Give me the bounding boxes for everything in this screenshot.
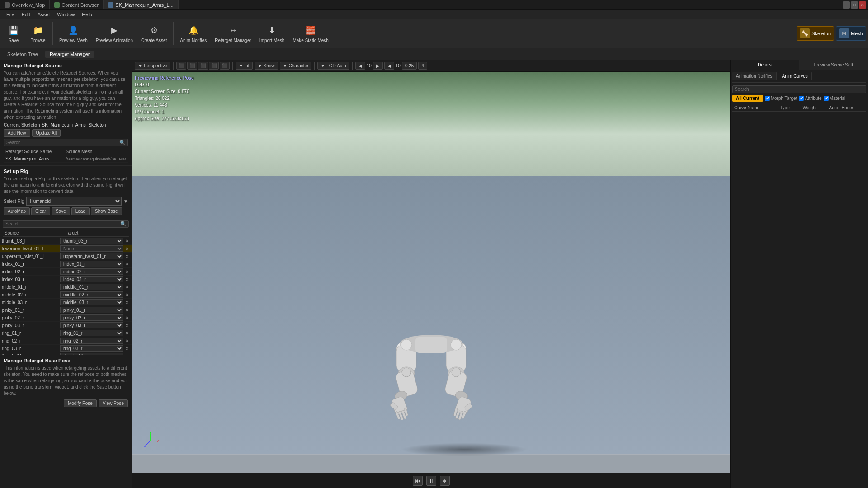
lit-button[interactable]: ▼ Lit — [236, 62, 252, 70]
vp-icon-btn-5[interactable]: ⬛ — [220, 62, 230, 70]
rig-table-row[interactable]: pinky_01_r pinky_01_r ✕ — [0, 306, 132, 314]
rig-target-select[interactable]: ring_01_r — [60, 330, 123, 336]
rig-table-row[interactable]: ring_01_r ring_01_r ✕ — [0, 329, 132, 337]
clear-button[interactable]: Clear — [31, 207, 50, 215]
rig-table-row[interactable]: middle_01_r middle_01_r ✕ — [0, 283, 132, 291]
save-button[interactable]: 💾 Save — [2, 20, 25, 47]
morph-target-checkbox[interactable] — [765, 96, 770, 101]
vp-icon-btn-3[interactable]: ⬛ — [198, 62, 208, 70]
rig-table-row[interactable]: ring_02_r ring_02_r ✕ — [0, 337, 132, 345]
retarget-search-input[interactable] — [6, 140, 119, 145]
clear-target-button[interactable]: ✕ — [124, 323, 130, 328]
clear-target-button[interactable]: ✕ — [124, 292, 130, 297]
show-button[interactable]: ▼ Show — [255, 62, 278, 70]
import-mesh-button[interactable]: ⬇ Import Mesh — [256, 20, 288, 47]
rig-dropdown-icon[interactable]: ▼ — [123, 199, 128, 204]
rig-target-select[interactable]: index_02_r — [60, 268, 123, 275]
clear-target-button[interactable]: ✕ — [124, 307, 130, 313]
retarget-source-row[interactable]: SK_Mannequin_Arms /Game/Mannequin/Mesh/S… — [4, 155, 128, 163]
rig-table-row[interactable]: index_03_r index_03_r ✕ — [0, 276, 132, 283]
clear-target-button[interactable]: ✕ — [124, 277, 130, 282]
rig-target-select[interactable]: pinky_03_r — [60, 322, 123, 328]
view-pose-button[interactable]: View Pose — [99, 399, 128, 407]
perspective-button[interactable]: ▼ Perspective — [135, 62, 170, 70]
tab-skeleton-tree[interactable]: Skeleton Tree — [3, 51, 42, 58]
rig-select[interactable]: Humanoid — [26, 197, 122, 206]
lod-down-button[interactable]: ◀ — [355, 62, 365, 70]
add-new-button[interactable]: Add New — [4, 129, 30, 137]
rig-table-row[interactable]: index_02_r index_02_r ✕ — [0, 268, 132, 276]
rig-table-row[interactable]: thumb_03_l thumb_03_r ✕ — [0, 237, 132, 245]
menu-asset[interactable]: Asset — [34, 10, 54, 19]
menu-file[interactable]: File — [3, 10, 18, 19]
tab-retarget-manager[interactable]: Retarget Manager — [45, 51, 94, 58]
rig-search-row[interactable]: 🔍 — [3, 220, 129, 228]
rig-table-row[interactable]: upperarm_twist_01_l upperarm_twist_01_r … — [0, 253, 132, 260]
vp-icon-btn-4[interactable]: ⬛ — [209, 62, 219, 70]
tab-overview-map[interactable]: Overview_Map — [0, 0, 50, 9]
modify-pose-button[interactable]: Modify Pose — [64, 399, 97, 407]
rig-search-input[interactable] — [5, 221, 120, 227]
rig-table-row[interactable]: lowerarm_twist_01_l None ✕ — [0, 245, 132, 253]
rig-target-select[interactable]: pinky_01_r — [60, 307, 123, 313]
lod-button[interactable]: ▼ LOD Auto — [317, 62, 349, 70]
rewind-button[interactable]: ⏮ — [413, 476, 423, 486]
rig-target-select[interactable]: None — [60, 245, 123, 252]
lod-up-button[interactable]: ▶ — [373, 62, 383, 70]
rig-target-select[interactable]: thumb_03_r — [60, 238, 123, 244]
menu-edit[interactable]: Edit — [18, 10, 34, 19]
clear-target-button[interactable]: ✕ — [124, 330, 130, 336]
anim-notifies-button[interactable]: 🔔 Anim Notifies — [176, 20, 210, 47]
vp-icon-btn-2[interactable]: ⬛ — [187, 62, 197, 70]
clear-target-button[interactable]: ✕ — [124, 261, 130, 267]
rig-table-row[interactable]: pinky_03_r pinky_03_r ✕ — [0, 322, 132, 329]
tab-preview-scene[interactable]: Preview Scene Sett — [799, 60, 868, 70]
preview-animation-button[interactable]: ▶ Preview Animation — [92, 20, 137, 47]
menu-window[interactable]: Window — [53, 10, 78, 19]
pause-button[interactable]: ⏸ — [426, 476, 436, 486]
retarget-search-row[interactable]: 🔍 — [4, 139, 128, 146]
forward-button[interactable]: ⏭ — [440, 476, 450, 486]
lod-angle-val-btn[interactable]: 0.25 — [402, 62, 417, 70]
make-static-mesh-button[interactable]: 🧱 Make Static Mesh — [289, 20, 332, 47]
rig-target-select[interactable]: middle_02_r — [60, 291, 123, 298]
minimize-button[interactable]: ─ — [843, 1, 850, 9]
vp-icon-btn-1[interactable]: ⬛ — [176, 62, 186, 70]
rig-search-icon[interactable]: 🔍 — [120, 221, 127, 227]
rig-target-select[interactable]: index_01_r — [60, 261, 123, 267]
clear-target-button[interactable]: ✕ — [124, 338, 130, 343]
clear-target-button[interactable]: ✕ — [124, 284, 130, 290]
rig-target-select[interactable]: middle_01_r — [60, 284, 123, 290]
tab-anim-curves[interactable]: Anim Curves — [778, 72, 812, 80]
clear-target-button[interactable]: ✕ — [124, 246, 130, 251]
show-base-button[interactable]: Show Base — [91, 207, 122, 215]
maximize-button[interactable]: □ — [851, 1, 858, 9]
clear-target-button[interactable]: ✕ — [124, 238, 130, 244]
clear-target-button[interactable]: ✕ — [124, 300, 130, 305]
clear-target-button[interactable]: ✕ — [124, 346, 130, 351]
rig-target-select[interactable]: upperarm_twist_01_r — [60, 253, 123, 259]
close-button[interactable]: ✕ — [859, 1, 866, 9]
tab-anim-notifies[interactable]: Animation Notifies — [732, 72, 777, 80]
character-button[interactable]: ▼ Character — [280, 62, 312, 70]
lod-angle-button[interactable]: ◀ — [384, 62, 394, 70]
menu-help[interactable]: Help — [78, 10, 96, 19]
rig-table-row[interactable]: middle_02_r middle_02_r ✕ — [0, 291, 132, 299]
load-button[interactable]: Load — [71, 207, 90, 215]
viewport-area[interactable]: Previewing Reference Pose LOD: 0 Current… — [132, 72, 730, 473]
tab-content-browser[interactable]: Content Browser — [50, 0, 104, 9]
lod-final-btn[interactable]: 4 — [418, 62, 427, 70]
rig-target-select[interactable]: index_03_r — [60, 276, 123, 282]
search-icon[interactable]: 🔍 — [119, 140, 126, 145]
automap-button[interactable]: AutoMap — [4, 207, 30, 215]
rig-target-select[interactable]: middle_03_r — [60, 299, 123, 305]
skeleton-profile-button[interactable]: 🦴 Skeleton — [797, 26, 834, 41]
attribute-checkbox[interactable] — [799, 96, 804, 101]
retarget-manager-button[interactable]: ↔ Retarget Manager — [211, 20, 255, 47]
rig-target-select[interactable]: ring_03_r — [60, 345, 123, 352]
tab-details[interactable]: Details — [731, 60, 799, 70]
browse-button[interactable]: 📁 Browse — [26, 20, 50, 47]
right-search-input[interactable] — [735, 87, 864, 92]
save-rig-button[interactable]: Save — [52, 207, 70, 215]
clear-target-button[interactable]: ✕ — [124, 315, 130, 320]
